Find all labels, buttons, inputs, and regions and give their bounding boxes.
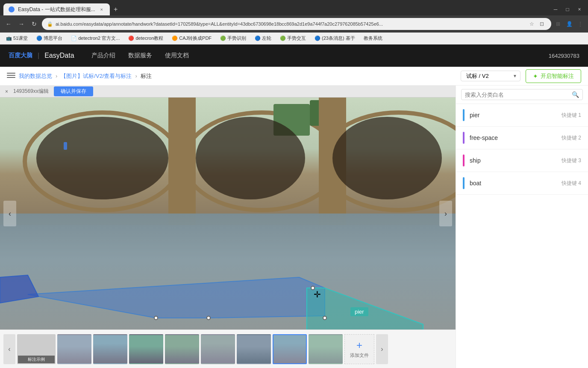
breadcrumb-parent[interactable]: 【图片】试标/V2/查看与标注 bbox=[61, 72, 132, 80]
label-list: pier 快捷键 1 free-space 快捷键 2 ship 快捷键 3 b… bbox=[456, 104, 588, 368]
boat-color-swatch bbox=[463, 177, 465, 189]
new-tab-btn[interactable]: + bbox=[110, 3, 122, 15]
thumbnail-8[interactable] bbox=[309, 334, 343, 364]
toolbar-info: × bbox=[5, 89, 8, 95]
pier-annotation-label: pier bbox=[350, 307, 368, 316]
control-point-4[interactable] bbox=[323, 316, 327, 320]
nav-docs[interactable]: 使用文档 bbox=[165, 50, 189, 61]
easy-data-logo: EasyData bbox=[44, 52, 74, 59]
nav-data[interactable]: 数据服务 bbox=[128, 50, 152, 61]
browser-chrome: EasyData - 一站式数据处理和服... × + ─ □ × ← → ↻ … bbox=[0, 0, 588, 45]
address-bar-row: ← → ↻ 🔒 ai.baidu.com/easydata/app/annota… bbox=[0, 15, 588, 33]
water-area bbox=[0, 214, 456, 329]
ship-color-swatch bbox=[463, 154, 465, 166]
window-controls: ─ □ × bbox=[550, 4, 585, 15]
main-layout: × 1493569xx编辑 确认并保存 bbox=[0, 86, 588, 368]
ship-shortcut: 快捷键 3 bbox=[562, 157, 581, 164]
canvas-container[interactable]: ✛ pier ‹ › bbox=[0, 98, 456, 329]
tab-close-btn[interactable]: × bbox=[99, 6, 105, 12]
add-icon: + bbox=[356, 339, 362, 351]
minimize-btn[interactable]: ─ bbox=[550, 4, 561, 15]
right-panel: 🔍 pier 快捷键 1 free-space 快捷键 2 ship 快捷键 3 bbox=[456, 86, 588, 368]
control-point-2[interactable] bbox=[206, 316, 211, 320]
bookmark-detectron2[interactable]: 📄 detectron2 官方文... bbox=[68, 34, 122, 42]
bookmark-23[interactable]: 🔵 (23条消息) 基于 bbox=[312, 34, 358, 42]
bookmark-gesture2[interactable]: 🟢 手势交互 bbox=[277, 34, 309, 42]
pier-color-swatch bbox=[463, 109, 465, 121]
control-point-1[interactable] bbox=[154, 316, 158, 320]
bookmark-edu[interactable]: 教务系统 bbox=[361, 34, 385, 42]
close-btn[interactable]: × bbox=[574, 4, 585, 15]
user-id: 1642930783 bbox=[549, 53, 579, 59]
forward-btn[interactable]: → bbox=[16, 19, 26, 29]
bookmark-detecron[interactable]: 🔴 detecron教程 bbox=[126, 34, 166, 42]
control-point-3[interactable] bbox=[311, 286, 315, 290]
thumbnail-5[interactable] bbox=[201, 334, 235, 364]
restore-btn[interactable]: □ bbox=[562, 4, 573, 15]
label-item-boat[interactable]: boat 快捷键 4 bbox=[456, 172, 588, 195]
pier-shortcut: 快捷键 1 bbox=[562, 112, 581, 119]
prev-image-btn[interactable]: ‹ bbox=[3, 201, 16, 226]
add-label: 添加文件 bbox=[350, 352, 369, 359]
free-space-color-swatch bbox=[463, 132, 465, 144]
next-image-btn[interactable]: › bbox=[439, 201, 452, 226]
nav-product[interactable]: 产品介绍 bbox=[91, 50, 115, 61]
thumbnail-7-active[interactable] bbox=[273, 334, 307, 364]
version-select[interactable]: 试标 / V2 bbox=[461, 71, 520, 81]
image-background bbox=[0, 98, 456, 329]
smart-icon: ✦ bbox=[533, 73, 538, 80]
menu-hamburger[interactable] bbox=[7, 73, 15, 80]
label-item-free-space[interactable]: free-space 快捷键 2 bbox=[456, 127, 588, 149]
label-item-pier[interactable]: pier 快捷键 1 bbox=[456, 104, 588, 127]
bookmark-bosi[interactable]: 🔵 博思平台 bbox=[34, 34, 65, 42]
bridge-area bbox=[0, 98, 456, 225]
refresh-btn[interactable]: ↻ bbox=[29, 19, 39, 29]
breadcrumb-current: 标注 bbox=[141, 72, 152, 80]
confirm-btn[interactable]: 确认并保存 bbox=[54, 86, 93, 96]
url-text: ai.baidu.com/easydata/app/annotate/handw… bbox=[56, 21, 525, 27]
pagination-info: 1493569xx编辑 bbox=[13, 88, 49, 95]
thumb-next-btn[interactable]: › bbox=[376, 334, 388, 364]
breadcrumb-sep2: › bbox=[135, 73, 137, 79]
address-bar[interactable]: 🔒 ai.baidu.com/easydata/app/annotate/han… bbox=[42, 18, 551, 30]
boat-label-text: boat bbox=[470, 180, 562, 187]
thumbnail-6[interactable] bbox=[237, 334, 271, 364]
label-item-ship[interactable]: ship 快捷键 3 bbox=[456, 149, 588, 172]
free-space-shortcut: 快捷键 2 bbox=[562, 134, 581, 142]
logo-divider: | bbox=[38, 52, 39, 59]
breadcrumb-right: 试标 / V2 ✦ 开启智能标注 bbox=[461, 69, 581, 83]
thumbnail-3[interactable] bbox=[129, 334, 163, 364]
bookmarks-bar: 📺 51课堂 🔵 博思平台 📄 detectron2 官方文... 🔴 dete… bbox=[0, 33, 588, 45]
share-btn[interactable]: ⊡ bbox=[538, 20, 546, 28]
boat-shortcut: 快捷键 4 bbox=[562, 180, 581, 187]
menu-btn[interactable]: ⋮ bbox=[576, 20, 585, 28]
thumb-example[interactable]: 标注示例 bbox=[17, 334, 56, 364]
bookmark-zuo[interactable]: 🔵 左轮 bbox=[252, 34, 274, 42]
top-toolbar: × 1493569xx编辑 确认并保存 bbox=[0, 86, 456, 98]
thumbnail-1[interactable] bbox=[57, 334, 91, 364]
active-tab[interactable]: EasyData - 一站式数据处理和服... × bbox=[3, 3, 110, 15]
thumbnail-4[interactable] bbox=[165, 334, 199, 364]
thumb-prev-btn[interactable]: ‹ bbox=[3, 334, 15, 364]
profile-btn[interactable]: 👤 bbox=[565, 20, 573, 28]
baidu-logo: 百度大脑 bbox=[9, 52, 32, 59]
address-actions: ☆ ⊡ bbox=[527, 20, 546, 28]
bookmark-caj[interactable]: 🟠 CAJ转换成PDF bbox=[169, 34, 214, 42]
extensions-btn[interactable]: ⊞ bbox=[554, 20, 562, 28]
star-btn[interactable]: ☆ bbox=[527, 20, 536, 28]
thumbnail-2[interactable] bbox=[93, 334, 127, 364]
smart-btn-label: 开启智能标注 bbox=[541, 72, 574, 80]
breadcrumb-sep1: › bbox=[56, 73, 57, 79]
back-btn[interactable]: ← bbox=[3, 19, 14, 29]
app-header: 百度大脑 | EasyData 产品介绍 数据服务 使用文档 164293078… bbox=[0, 45, 588, 67]
smart-annotate-btn[interactable]: ✦ 开启智能标注 bbox=[526, 69, 581, 83]
thumbnail-strip: ‹ 标注示例 + 添加文件 › bbox=[0, 329, 456, 368]
app-nav: 产品介绍 数据服务 使用文档 bbox=[91, 50, 189, 61]
label-search-input[interactable] bbox=[465, 92, 569, 98]
bookmark-51[interactable]: 📺 51课堂 bbox=[3, 34, 30, 42]
add-file-btn[interactable]: + 添加文件 bbox=[344, 334, 374, 364]
breadcrumb-root[interactable]: 我的数据总览 bbox=[19, 72, 52, 80]
bookmark-gesture[interactable]: 🟢 手势识别 bbox=[218, 34, 249, 42]
search-icon[interactable]: 🔍 bbox=[572, 91, 579, 98]
canvas-area: × 1493569xx编辑 确认并保存 bbox=[0, 86, 456, 368]
